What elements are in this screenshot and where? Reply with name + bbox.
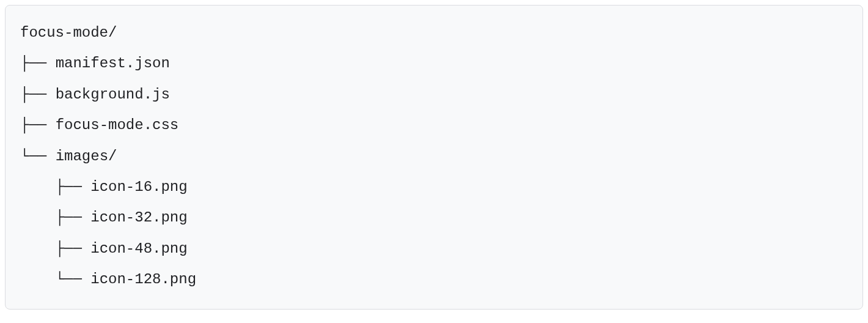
tree-branch-connector: ├── bbox=[20, 55, 46, 72]
tree-root: focus-mode/ bbox=[20, 24, 117, 41]
tree-folder: images/ bbox=[56, 148, 117, 165]
tree-file: icon-48.png bbox=[90, 240, 187, 257]
tree-file: focus-mode.css bbox=[56, 117, 179, 133]
tree-file: icon-32.png bbox=[90, 209, 187, 226]
tree-indent bbox=[20, 179, 56, 195]
tree-branch-connector: ├── bbox=[20, 86, 46, 103]
tree-file: icon-16.png bbox=[90, 179, 187, 195]
tree-branch-connector: ├── bbox=[56, 209, 82, 226]
tree-branch-connector: └── bbox=[56, 271, 82, 288]
tree-file: manifest.json bbox=[56, 55, 170, 72]
tree-branch-connector: ├── bbox=[20, 117, 46, 133]
tree-branch-connector: └── bbox=[20, 148, 46, 165]
tree-indent bbox=[20, 240, 56, 257]
tree-indent bbox=[20, 271, 56, 288]
file-tree: focus-mode/ ├── manifest.json ├── backgr… bbox=[5, 5, 863, 310]
tree-branch-connector: ├── bbox=[56, 240, 82, 257]
tree-indent bbox=[20, 209, 56, 226]
tree-file: background.js bbox=[56, 86, 170, 103]
tree-file: icon-128.png bbox=[90, 271, 196, 288]
tree-branch-connector: ├── bbox=[56, 179, 82, 195]
